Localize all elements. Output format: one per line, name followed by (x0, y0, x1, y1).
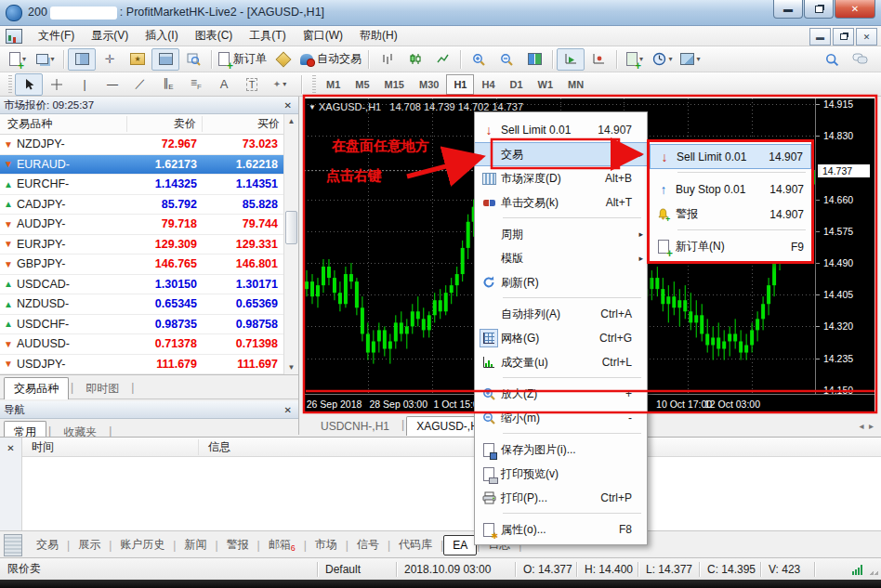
navigator-close-icon[interactable]: ✕ (282, 405, 295, 415)
market-row[interactable]: ▼GBPJPY-146.765146.801 (0, 255, 298, 275)
terminal-tab-新闻[interactable]: 新闻 (176, 534, 215, 555)
terminal-tab-交易[interactable]: 交易 (28, 534, 67, 555)
market-row[interactable]: ▼EURAUD-1.621731.62218 (0, 155, 298, 176)
horizontal-line-tool[interactable]: — (99, 73, 126, 96)
chat-button[interactable] (846, 48, 874, 71)
fibonacci-tool[interactable]: ≡F (182, 73, 210, 96)
menubar-item[interactable]: 帮助(H) (351, 26, 406, 45)
auto-scroll-button[interactable] (557, 48, 585, 71)
menu-item[interactable]: 市场深度(D)Alt+B (475, 166, 647, 190)
menu-item[interactable]: 刷新(R) (475, 270, 647, 294)
trendline-tool[interactable]: ／ (126, 73, 154, 96)
timeframe-m30[interactable]: M30 (412, 74, 446, 95)
menu-item[interactable]: 成交量(u)Ctrl+L (475, 350, 647, 374)
timeframe-w1[interactable]: W1 (531, 74, 561, 95)
zoom-in-button[interactable] (465, 48, 493, 71)
chart-shift-button[interactable] (585, 48, 612, 71)
submenu-item[interactable]: ↑Buy Stop 0.0114.907 (650, 176, 811, 202)
menu-item[interactable]: 打印预览(v) (475, 462, 647, 486)
mdi-restore-button[interactable] (833, 28, 854, 46)
terminal-tab-EA[interactable]: EA (443, 535, 477, 555)
market-watch-tab[interactable]: 交易品种 (4, 377, 69, 399)
menu-item[interactable]: ↓Sell Limit 0.0114.907 (475, 118, 647, 142)
cursor-tool[interactable] (15, 73, 43, 96)
market-watch-scrollbar[interactable]: ▲ ▼ (283, 114, 298, 374)
crosshair-tool[interactable] (43, 73, 71, 96)
navigator-toggle[interactable]: ✛ (96, 48, 124, 71)
menu-item[interactable]: 模版▸ (475, 246, 647, 270)
menu-item[interactable]: 单击交易(k)Alt+T (475, 190, 647, 215)
scrollbar-thumb[interactable] (285, 211, 297, 244)
indicators-button[interactable]: +▾ (621, 48, 649, 71)
menu-item[interactable]: 缩小(m)- (475, 406, 647, 430)
timeframe-mn[interactable]: MN (560, 74, 591, 95)
timeframe-m1[interactable]: M1 (319, 74, 348, 95)
channel-tool[interactable]: ∥E (154, 73, 182, 96)
mdi-minimize-button[interactable]: ▬ (809, 28, 831, 46)
timeframe-h4[interactable]: H4 (474, 74, 502, 95)
menu-item[interactable]: 保存为图片(i)... (475, 438, 647, 462)
chart-tab-scroll-arrows[interactable]: ◂ ▸ (859, 421, 874, 431)
market-watch-toggle[interactable] (68, 48, 96, 71)
menu-item[interactable]: 自动排列(A)Ctrl+A (475, 302, 647, 326)
terminal-toggle[interactable] (151, 48, 179, 71)
timeframe-m15[interactable]: M15 (377, 74, 412, 95)
chart-collapse-icon[interactable]: ▼ (309, 103, 316, 111)
restore-button[interactable] (804, 0, 834, 19)
menubar-item[interactable]: 窗口(W) (295, 26, 351, 45)
market-row[interactable]: ▲USDCHF-0.987350.98758 (0, 315, 298, 335)
menu-item[interactable]: 打印(P)...Ctrl+P (475, 486, 647, 510)
tile-windows-button[interactable] (520, 48, 548, 71)
terminal-tab-警报[interactable]: 警报 (218, 534, 257, 555)
market-row[interactable]: ▼NZDJPY-72.96773.023 (0, 135, 298, 155)
new-chart-button[interactable]: +▾ (4, 48, 32, 71)
shapes-tool[interactable]: ✦▾ (266, 73, 294, 96)
minimize-button[interactable]: ▬ (773, 0, 803, 19)
menu-item[interactable]: 周期▸ (475, 222, 647, 246)
market-row[interactable]: ▲USDCAD-1.301501.30171 (0, 275, 298, 295)
profiles-button[interactable]: ▾ (32, 48, 59, 71)
market-row[interactable]: ▼AUDUSD-0.713780.71398 (0, 334, 298, 355)
market-watch-close-icon[interactable]: ✕ (282, 100, 295, 111)
text-tool[interactable]: A (210, 73, 238, 96)
menu-item[interactable]: 网格(G)Ctrl+G (475, 326, 647, 350)
submenu-item[interactable]: +新订单(N)F9 (650, 234, 811, 259)
terminal-tab-邮箱[interactable]: 邮箱6 (260, 534, 304, 555)
terminal-side-icon[interactable] (4, 534, 22, 556)
resize-grip[interactable] (867, 564, 878, 575)
zoom-out-button[interactable] (493, 48, 520, 71)
line-chart-button[interactable] (428, 48, 456, 71)
submenu-item[interactable]: +警报14.907 (650, 202, 811, 227)
market-row[interactable]: ▼EURJPY-129.309129.331 (0, 235, 298, 255)
periods-button[interactable]: ▾ (649, 48, 677, 71)
menubar-item[interactable]: 插入(I) (137, 26, 186, 45)
terminal-tab-信号[interactable]: 信号 (348, 534, 388, 555)
chart-tab[interactable]: USDCNH-,H1 (310, 416, 400, 436)
timeframe-h1[interactable]: H1 (446, 74, 474, 95)
timeframe-d1[interactable]: D1 (503, 74, 531, 95)
menu-item[interactable]: ✱属性(o)...F8 (475, 517, 647, 542)
terminal-close-icon[interactable]: ✕ (4, 443, 17, 453)
terminal-tab-展示[interactable]: 展示 (70, 534, 109, 555)
bar-chart-button[interactable] (373, 48, 401, 71)
menubar-item[interactable]: 图表(C) (187, 26, 242, 45)
market-row[interactable]: ▼AUDJPY-79.71879.744 (0, 215, 298, 235)
vertical-line-tool[interactable]: | (71, 73, 99, 96)
market-watch-tab[interactable]: 即时图 (75, 377, 129, 399)
terminal-tab-市场[interactable]: 市场 (307, 534, 346, 555)
data-window-button[interactable]: ★ (124, 48, 151, 71)
market-row[interactable]: ▲CADJPY-85.79285.828 (0, 195, 298, 216)
market-row[interactable]: ▲EURCHF-1.143251.14351 (0, 175, 298, 195)
text-label-tool[interactable]: T (238, 73, 266, 96)
search-button[interactable] (818, 48, 846, 71)
market-row[interactable]: ▼USDJPY-111.679111.697 (0, 355, 298, 375)
metaeditor-button[interactable] (270, 48, 297, 71)
market-row[interactable]: ▲NZDUSD-0.653450.65369 (0, 294, 298, 315)
menubar-item[interactable]: 工具(T) (241, 26, 294, 45)
autotrading-button[interactable]: 自动交易 (297, 48, 364, 71)
strategy-tester-button[interactable] (179, 48, 207, 71)
new-order-button[interactable]: +新订单 (216, 48, 270, 71)
close-button[interactable]: ✕ (835, 0, 875, 19)
timeframe-m5[interactable]: M5 (348, 74, 376, 95)
submenu-item[interactable]: ↓Sell Limit 0.0114.907 (650, 144, 811, 169)
